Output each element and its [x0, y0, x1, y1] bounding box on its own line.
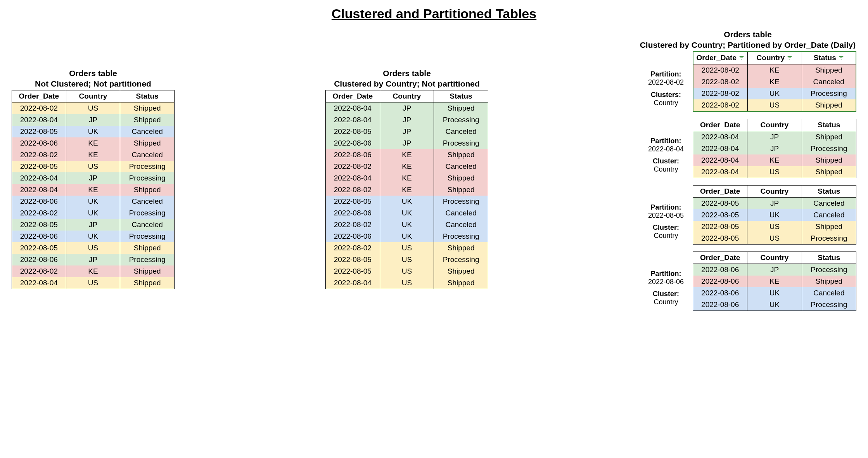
table3-title: Orders table Clustered by Country; Parti… — [639, 29, 856, 50]
partition-label: Partition: — [651, 137, 681, 145]
column-header: Status — [802, 52, 856, 64]
cell-status: Processing — [120, 172, 175, 184]
column-header: Order_Date — [326, 90, 380, 102]
partition-side: Partition:2022-08-04Cluster:Country — [639, 119, 693, 178]
table-row: 2022-08-06JPProcessing — [12, 254, 175, 265]
partition-side: Partition:2022-08-05Cluster:Country — [639, 185, 693, 245]
cell-country: UK — [380, 196, 434, 207]
cluster-label: Cluster: — [653, 224, 679, 231]
cluster-value: Country — [654, 232, 678, 239]
table-row: 2022-08-04KEShipped — [326, 172, 488, 184]
cell-order-date: 2022-08-02 — [12, 265, 66, 277]
cell-country: US — [747, 221, 802, 232]
cell-country: US — [380, 265, 434, 277]
table-row: 2022-08-05JPCanceled — [12, 219, 175, 231]
cluster-label: Clusters: — [651, 91, 681, 99]
table-row: 2022-08-04JPShipped — [326, 102, 488, 114]
column-header: Status — [802, 119, 856, 131]
cell-status: Shipped — [434, 172, 488, 184]
cell-order-date: 2022-08-05 — [12, 219, 66, 231]
cell-order-date: 2022-08-02 — [326, 219, 380, 231]
column-header: Order_Date — [693, 119, 747, 131]
filter-icon — [787, 54, 792, 62]
cluster-value: Country — [654, 165, 678, 173]
table-row: 2022-08-06JPProcessing — [693, 264, 856, 276]
column-header: Country — [380, 90, 434, 102]
partition-value: 2022-08-06 — [648, 278, 684, 286]
cell-country: US — [747, 99, 802, 111]
partition-table: Order_DateCountryStatus2022-08-02KEShipp… — [693, 51, 856, 112]
table3-title-line1: Orders table — [639, 29, 856, 40]
cell-country: JP — [66, 219, 120, 231]
cell-status: Shipped — [120, 102, 175, 114]
cell-country: JP — [747, 131, 802, 143]
partition-value: 2022-08-02 — [648, 78, 684, 86]
cell-country: UK — [747, 88, 802, 99]
cell-order-date: 2022-08-02 — [12, 102, 66, 114]
cell-country: JP — [66, 254, 120, 265]
cell-status: Processing — [434, 254, 488, 265]
cell-order-date: 2022-08-02 — [693, 88, 747, 99]
table-row: 2022-08-02KEShipped — [326, 184, 488, 196]
cell-order-date: 2022-08-04 — [693, 154, 747, 166]
column-header: Country — [747, 185, 802, 197]
cell-status: Canceled — [434, 219, 488, 231]
cell-status: Canceled — [802, 287, 856, 299]
partition-block: Partition:2022-08-04Cluster:CountryOrder… — [639, 119, 856, 178]
cell-country: UK — [66, 196, 120, 207]
table-row: 2022-08-06UKProcessing — [693, 299, 856, 311]
table-row: 2022-08-04JPShipped — [12, 114, 175, 126]
cell-status: Processing — [434, 114, 488, 126]
cell-order-date: 2022-08-04 — [326, 114, 380, 126]
cell-status: Shipped — [120, 114, 175, 126]
cell-status: Shipped — [120, 265, 175, 277]
table-row: 2022-08-04JPShipped — [693, 131, 856, 143]
cell-order-date: 2022-08-05 — [693, 197, 747, 209]
table-row: 2022-08-02KEShipped — [693, 64, 856, 76]
column-header: Status — [802, 185, 856, 197]
cell-status: Canceled — [802, 76, 856, 88]
cell-country: KE — [380, 161, 434, 172]
cell-order-date: 2022-08-04 — [12, 172, 66, 184]
cell-country: UK — [380, 219, 434, 231]
cell-order-date: 2022-08-06 — [12, 196, 66, 207]
cell-status: Canceled — [434, 161, 488, 172]
cell-status: Shipped — [802, 131, 856, 143]
cell-status: Processing — [802, 264, 856, 276]
cell-order-date: 2022-08-04 — [12, 184, 66, 196]
cell-country: KE — [747, 276, 802, 287]
cell-order-date: 2022-08-06 — [326, 207, 380, 219]
cell-order-date: 2022-08-06 — [693, 299, 747, 311]
cell-order-date: 2022-08-04 — [693, 166, 747, 178]
cell-order-date: 2022-08-05 — [693, 209, 747, 221]
column-header: Country — [747, 119, 802, 131]
cell-country: KE — [747, 76, 802, 88]
cell-country: US — [747, 232, 802, 245]
cell-country: US — [380, 277, 434, 289]
cell-order-date: 2022-08-04 — [693, 131, 747, 143]
table-row: 2022-08-06UKCanceled — [326, 207, 488, 219]
cell-country: UK — [747, 299, 802, 311]
table-row: 2022-08-02USShipped — [12, 102, 175, 114]
cell-status: Shipped — [802, 221, 856, 232]
partition-table: Order_DateCountryStatus2022-08-04JPShipp… — [693, 119, 856, 178]
table-row: 2022-08-02UKProcessing — [693, 88, 856, 99]
table1-title: Orders table Not Clustered; Not partitio… — [12, 68, 175, 89]
cell-country: JP — [747, 197, 802, 209]
column-header: Order_Date — [12, 90, 66, 102]
table-row: 2022-08-05UKCanceled — [693, 209, 856, 221]
partition-block: Partition:2022-08-05Cluster:CountryOrder… — [639, 185, 856, 245]
cell-status: Canceled — [802, 197, 856, 209]
cell-country: JP — [380, 137, 434, 149]
cell-order-date: 2022-08-06 — [693, 287, 747, 299]
cell-order-date: 2022-08-06 — [12, 137, 66, 149]
cell-country: US — [380, 242, 434, 254]
cell-status: Processing — [120, 207, 175, 219]
cell-status: Shipped — [120, 277, 175, 289]
cell-order-date: 2022-08-06 — [12, 254, 66, 265]
cell-country: US — [66, 161, 120, 172]
partition-side: Partition:2022-08-06Cluster:Country — [639, 252, 693, 311]
cell-country: KE — [66, 137, 120, 149]
table-row: 2022-08-06KEShipped — [326, 149, 488, 161]
partition-label: Partition: — [651, 270, 681, 278]
